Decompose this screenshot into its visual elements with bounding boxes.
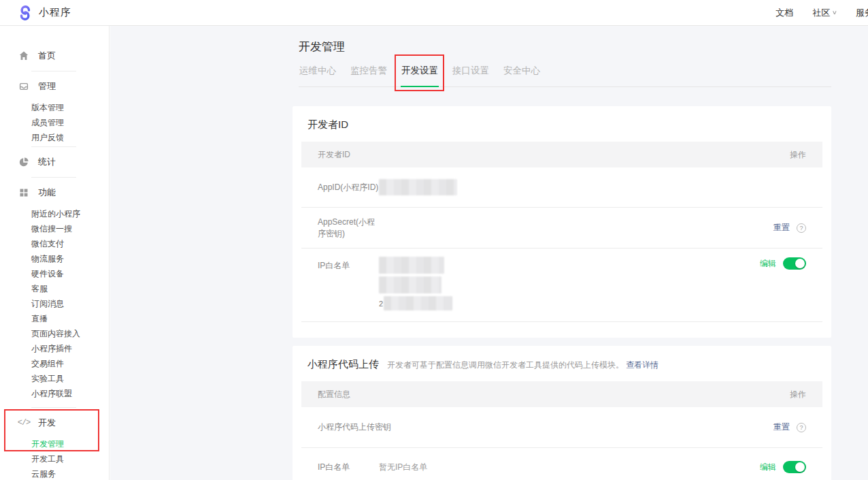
sidebar-item-miniprogram-union[interactable]: 小程序联盟 [0, 386, 109, 401]
nav-docs-link[interactable]: 文档 [775, 7, 793, 19]
sidebar-item-logistics-service[interactable]: 物流服务 [0, 251, 109, 266]
sidebar-item-wechat-pay[interactable]: 微信支付 [0, 236, 109, 251]
appsecret-label: AppSecret(小程序密钥) [318, 217, 379, 240]
tab-ops-center[interactable]: 运维中心 [299, 60, 337, 86]
sidebar-item-features[interactable]: 功能 [0, 179, 109, 206]
edit-ip-whitelist-button[interactable]: 编辑 [760, 258, 776, 270]
sidebar-item-member-management[interactable]: 成员管理 [0, 115, 109, 130]
sidebar-item-label: 统计 [38, 156, 56, 168]
ip-whitelist-label: IP白名单 [318, 249, 379, 272]
brand-title: 小程序 [39, 6, 71, 19]
inbox-icon [18, 81, 29, 92]
pie-chart-icon [18, 157, 29, 167]
sidebar-item-version-management[interactable]: 版本管理 [0, 100, 109, 115]
tab-monitor-alert[interactable]: 监控告警 [350, 60, 388, 86]
sidebar-item-subscribe-message[interactable]: 订阅消息 [0, 296, 109, 311]
code-icon: </> [18, 417, 29, 428]
tab-security-center[interactable]: 安全中心 [503, 60, 541, 86]
appid-label: AppID(小程序ID) [318, 182, 379, 193]
sidebar-item-manage[interactable]: 管理 [0, 73, 109, 100]
sidebar-item-trade-component[interactable]: 交易组件 [0, 356, 109, 371]
tab-dev-settings[interactable]: 开发设置 [401, 60, 439, 87]
chevron-down-icon: ∨ [832, 10, 837, 16]
sidebar-item-miniprogram-plugin[interactable]: 小程序插件 [0, 341, 109, 356]
page-title: 开发管理 [299, 38, 831, 56]
table-row-ip-whitelist: IP白名单 2 编辑 [301, 249, 822, 322]
view-details-link[interactable]: 查看详情 [626, 360, 658, 370]
sidebar-item-user-feedback[interactable]: 用户反馈 [0, 130, 109, 145]
ip-whitelist-toggle[interactable] [783, 461, 806, 473]
table-row-upload-key: 小程序代码上传密钥 重置 ? [301, 407, 822, 448]
help-icon[interactable]: ? [797, 423, 806, 432]
redacted-ip-list: 2 [379, 249, 452, 321]
sidebar-divider [31, 407, 76, 408]
sidebar-item-nearby-miniprograms[interactable]: 附近的小程序 [0, 206, 109, 221]
column-header-name: 配置信息 [318, 389, 350, 400]
sidebar-item-dev[interactable]: </> 开发 [0, 409, 109, 436]
sidebar-item-label: 首页 [38, 50, 56, 62]
sidebar-item-hardware-device[interactable]: 硬件设备 [0, 266, 109, 281]
grid-icon [18, 187, 29, 198]
ip-redacted-prefix: 2 [379, 300, 383, 308]
sidebar-item-label: 功能 [38, 187, 56, 199]
table-row-ip-whitelist-upload: IP白名单 暂无IP白名单 编辑 [301, 448, 822, 480]
sidebar-item-page-content-access[interactable]: 页面内容接入 [0, 326, 109, 341]
column-header-action: 操作 [790, 149, 806, 161]
ip-whitelist-toggle[interactable] [783, 257, 806, 270]
sidebar-item-home[interactable]: 首页 [0, 42, 109, 69]
help-icon[interactable]: ? [797, 223, 806, 233]
reset-upload-key-button[interactable]: 重置 [773, 421, 790, 433]
code-upload-card-title: 小程序代码上传 [307, 356, 379, 372]
miniprogram-logo-icon [18, 5, 33, 20]
sidebar-item-wechat-search[interactable]: 微信搜一搜 [0, 221, 109, 236]
sidebar-divider [31, 71, 76, 71]
nav-community-dropdown[interactable]: 社区∨ [812, 7, 837, 19]
sidebar-item-dev-management[interactable]: 开发管理 [0, 436, 109, 451]
edit-ip-whitelist-button[interactable]: 编辑 [760, 462, 776, 473]
tab-label: 开发设置 [401, 65, 438, 76]
upload-key-label: 小程序代码上传密钥 [318, 421, 391, 433]
sidebar-divider [31, 146, 76, 147]
column-header-name: 开发者ID [318, 149, 350, 161]
table-row-appid: AppID(小程序ID) [301, 167, 822, 208]
developer-id-card-title: 开发者ID [307, 116, 348, 132]
table-header: 配置信息 操作 [301, 381, 822, 407]
topbar: 小程序 文档 社区∨ 服务 [0, 0, 868, 26]
code-upload-card: 小程序代码上传 开发者可基于配置信息调用微信开发者工具提供的代码上传模块。 查看… [293, 346, 831, 480]
nav-service-link[interactable]: 服务 [856, 7, 868, 19]
home-icon [18, 50, 29, 61]
developer-id-card: 开发者ID 开发者ID 操作 AppID(小程序ID) AppSecret(小程… [293, 106, 831, 338]
ip-whitelist-empty-value: 暂无IP白名单 [379, 462, 427, 473]
sidebar-item-experiment-tools[interactable]: 实验工具 [0, 371, 109, 386]
tab-bar: 运维中心 监控告警 开发设置 接口设置 安全中心 [299, 60, 831, 87]
table-header: 开发者ID 操作 [301, 142, 822, 167]
column-header-action: 操作 [790, 389, 806, 400]
code-upload-description: 开发者可基于配置信息调用微信开发者工具提供的代码上传模块。 查看详情 [387, 359, 658, 371]
sidebar-item-cloud-service[interactable]: 云服务 [0, 466, 109, 480]
sidebar-item-stats[interactable]: 统计 [0, 148, 109, 176]
redacted-appid-value [379, 179, 457, 195]
sidebar-divider [31, 177, 76, 178]
topbar-nav: 文档 社区∨ 服务 [775, 7, 868, 19]
sidebar-item-dev-tools[interactable]: 开发工具 [0, 451, 109, 466]
tab-api-settings[interactable]: 接口设置 [452, 60, 490, 86]
sidebar-item-label: 开发 [38, 417, 56, 429]
sidebar-item-live[interactable]: 直播 [0, 311, 109, 326]
main-content: 开发管理 运维中心 监控告警 开发设置 接口设置 安全中心 开发者ID 开发者I… [110, 26, 868, 480]
sidebar-item-customer-service[interactable]: 客服 [0, 281, 109, 296]
ip-whitelist-label: IP白名单 [318, 462, 379, 473]
miniprogram-logo[interactable]: 小程序 [18, 5, 71, 20]
reset-appsecret-button[interactable]: 重置 [773, 222, 790, 234]
sidebar-item-label: 管理 [38, 80, 56, 93]
sidebar: 首页 管理 版本管理 成员管理 用户反馈 统计 功能 附近的小程序 微信搜一搜 … [0, 26, 110, 480]
table-row-appsecret: AppSecret(小程序密钥) 重置 ? [301, 208, 822, 249]
